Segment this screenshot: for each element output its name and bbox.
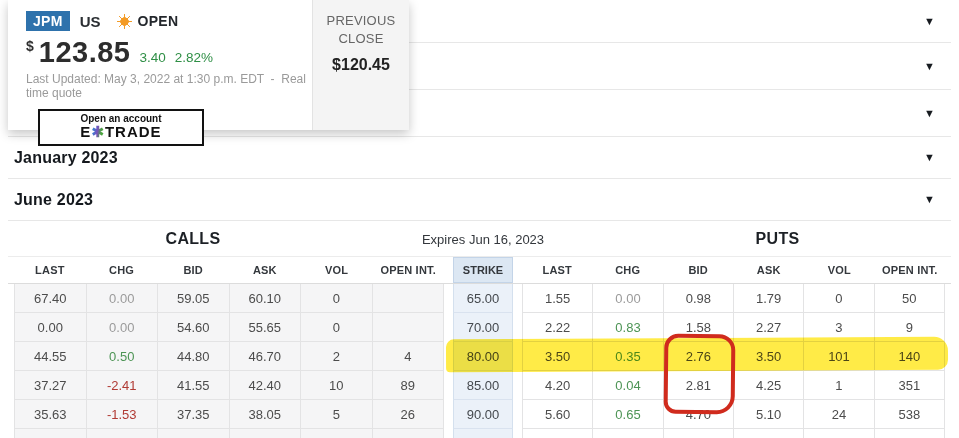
calls-vol-cell: 0: [301, 284, 373, 313]
calls-column-headers: LASTCHGBIDASKVOLOPEN INT.: [14, 257, 444, 283]
last-price: 123.85: [39, 36, 131, 69]
calls-cells: 0.000.0054.6055.650: [14, 313, 444, 342]
chevron-down-icon[interactable]: ▼: [924, 108, 935, 119]
etrade-logo: E✱TRADE: [40, 124, 202, 141]
puts-ask-cell: 4.25: [734, 371, 804, 400]
puts-vol-cell: 0: [804, 284, 874, 313]
puts-ask-cell: 3.50: [734, 342, 804, 371]
etrade-open-account-button[interactable]: Open an account E✱TRADE: [38, 109, 204, 146]
puts-cells: 3.500.352.763.50101140: [522, 342, 945, 371]
column-header-vol: VOL: [804, 257, 875, 283]
puts-cells: [522, 429, 945, 438]
strike-cell: 70.00: [453, 313, 513, 342]
column-header-bid: BID: [157, 257, 229, 283]
puts-vol-cell: 1: [804, 371, 874, 400]
calls-bid-cell: 37.35: [158, 400, 230, 429]
spacer: [444, 400, 453, 429]
column-header-vol: VOL: [301, 257, 373, 283]
chevron-down-icon[interactable]: ▼: [924, 16, 935, 27]
option-row: 0.000.0054.6055.65070.002.220.831.582.27…: [8, 313, 951, 342]
spacer: [444, 284, 453, 313]
column-header-chg: CHG: [593, 257, 664, 283]
strike-column-header: STRIKE: [453, 257, 513, 283]
puts-open_int-cell: 351: [875, 371, 945, 400]
calls-ask-cell: 42.40: [230, 371, 302, 400]
puts-ask-cell: 2.27: [734, 313, 804, 342]
calls-open_int-cell: [373, 429, 445, 438]
spacer: [444, 429, 453, 438]
previous-close-label: PREVIOUS CLOSE: [313, 12, 409, 48]
calls-open_int-cell: 89: [373, 371, 445, 400]
calls-ask-cell: 55.65: [230, 313, 302, 342]
puts-bid-cell: 0.98: [664, 284, 734, 313]
puts-bid-cell: 2.81: [664, 371, 734, 400]
calls-last-cell: 35.63: [14, 400, 87, 429]
column-header-bid: BID: [663, 257, 734, 283]
puts-open_int-cell: 50: [875, 284, 945, 313]
spacer: [444, 257, 453, 283]
option-row: 67.400.0059.0560.10065.001.550.000.981.7…: [8, 284, 951, 313]
chevron-down-icon[interactable]: ▼: [924, 152, 935, 163]
column-header-row: LASTCHGBIDASKVOLOPEN INT.STRIKELASTCHGBI…: [8, 257, 951, 284]
calls-chg-cell: 0.50: [87, 342, 159, 371]
puts-last-cell: 1.55: [522, 284, 593, 313]
puts-last-cell: 4.20: [522, 371, 593, 400]
column-header-last: LAST: [522, 257, 593, 283]
calls-cells: [14, 429, 444, 438]
puts-last-cell: 3.50: [522, 342, 593, 371]
puts-bid-cell: 4.70: [664, 400, 734, 429]
puts-vol-cell: 3: [804, 313, 874, 342]
expiry-date-label: Expires Jun 16, 2023: [453, 232, 513, 247]
puts-cells: 5.600.654.705.1024538: [522, 400, 945, 429]
strike-cell: 65.00: [453, 284, 513, 313]
puts-open_int-cell: 538: [875, 400, 945, 429]
expiration-label: January 2023: [14, 149, 118, 167]
puts-chg-cell: [593, 429, 663, 438]
last-updated-line: Last Updated: May 3, 2022 at 1:30 p.m. E…: [26, 72, 312, 100]
chevron-down-icon[interactable]: ▼: [924, 194, 935, 205]
spacer: [444, 342, 453, 371]
puts-column-headers: LASTCHGBIDASKVOLOPEN INT.: [522, 257, 945, 283]
calls-open_int-cell: [373, 284, 445, 313]
calls-chg-cell: [87, 429, 159, 438]
puts-cells: 2.220.831.582.2739: [522, 313, 945, 342]
calls-bid-cell: 44.80: [158, 342, 230, 371]
option-row: 44.550.5044.8046.702480.003.500.352.763.…: [8, 342, 951, 371]
calls-bid-cell: 54.60: [158, 313, 230, 342]
calls-last-cell: [14, 429, 87, 438]
puts-last-cell: 5.60: [522, 400, 593, 429]
spacer: [513, 371, 522, 400]
calls-ask-cell: 38.05: [230, 400, 302, 429]
price-change-percent: 2.82%: [175, 50, 213, 65]
table-group-header: CALLS Expires Jun 16, 2023 PUTS: [8, 222, 951, 257]
expiration-label: June 2023: [14, 191, 93, 209]
calls-cells: 35.63-1.5337.3538.05526: [14, 400, 444, 429]
puts-last-cell: [522, 429, 593, 438]
price-change: 3.40: [140, 50, 166, 65]
puts-chg-cell: 0.35: [593, 342, 663, 371]
calls-ask-cell: 60.10: [230, 284, 302, 313]
market-open-sun-icon: [117, 14, 132, 29]
previous-close-panel: PREVIOUS CLOSE $120.45: [312, 0, 409, 130]
puts-chg-cell: 0.65: [593, 400, 663, 429]
puts-bid-cell: 1.58: [664, 313, 734, 342]
expiration-row-june-2023[interactable]: June 2023 ▼: [8, 179, 951, 221]
calls-last-cell: 37.27: [14, 371, 87, 400]
puts-bid-cell: 2.76: [664, 342, 734, 371]
column-header-ask: ASK: [229, 257, 301, 283]
exchange-region-label: US: [80, 13, 101, 30]
spacer: [513, 400, 522, 429]
column-header-openint: OPEN INT.: [875, 257, 946, 283]
calls-ask-cell: [230, 429, 302, 438]
puts-open_int-cell: 9: [875, 313, 945, 342]
column-header-chg: CHG: [86, 257, 158, 283]
strike-cell: 80.00: [453, 342, 513, 371]
options-table: CALLS Expires Jun 16, 2023 PUTS LASTCHGB…: [8, 222, 951, 438]
puts-vol-cell: 101: [804, 342, 874, 371]
calls-bid-cell: 41.55: [158, 371, 230, 400]
table-body: 67.400.0059.0560.10065.001.550.000.981.7…: [8, 284, 951, 438]
calls-open_int-cell: 4: [373, 342, 445, 371]
puts-chg-cell: 0.04: [593, 371, 663, 400]
calls-open_int-cell: 26: [373, 400, 445, 429]
chevron-down-icon[interactable]: ▼: [924, 61, 935, 72]
